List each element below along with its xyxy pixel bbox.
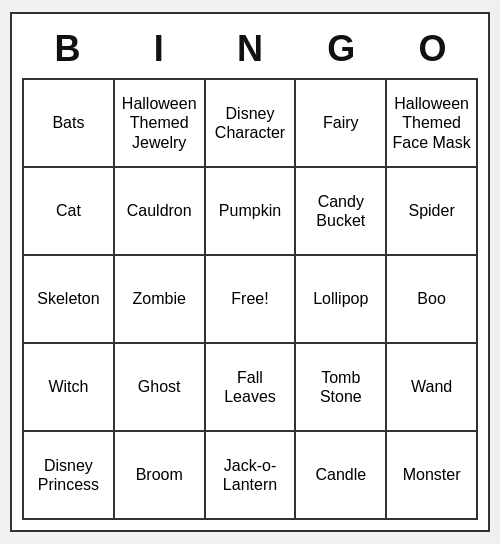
bingo-cell-0-2[interactable]: Disney Character [206,80,297,168]
bingo-cell-3-0[interactable]: Witch [24,344,115,432]
cell-text-3-4: Wand [411,377,452,396]
cell-text-2-1: Zombie [133,289,186,308]
bingo-cell-2-1[interactable]: Zombie [115,256,206,344]
cell-text-0-0: Bats [52,113,84,132]
cell-text-1-3: Candy Bucket [300,192,381,230]
cell-text-1-1: Cauldron [127,201,192,220]
bingo-cell-2-4[interactable]: Boo [387,256,478,344]
cell-text-4-4: Monster [403,465,461,484]
bingo-letter-g: G [296,24,387,74]
cell-text-2-3: Lollipop [313,289,368,308]
cell-text-2-4: Boo [417,289,445,308]
bingo-cell-0-4[interactable]: Halloween Themed Face Mask [387,80,478,168]
bingo-cell-1-4[interactable]: Spider [387,168,478,256]
bingo-header: BINGO [22,24,478,74]
bingo-cell-0-1[interactable]: Halloween Themed Jewelry [115,80,206,168]
cell-text-3-0: Witch [48,377,88,396]
bingo-cell-0-0[interactable]: Bats [24,80,115,168]
cell-text-0-2: Disney Character [210,104,291,142]
bingo-grid: BatsHalloween Themed JewelryDisney Chara… [22,78,478,520]
bingo-card: BINGO BatsHalloween Themed JewelryDisney… [10,12,490,532]
cell-text-0-4: Halloween Themed Face Mask [391,94,472,152]
bingo-letter-n: N [204,24,295,74]
cell-text-0-3: Fairy [323,113,359,132]
cell-text-4-1: Broom [136,465,183,484]
bingo-cell-2-2[interactable]: Free! [206,256,297,344]
bingo-cell-1-2[interactable]: Pumpkin [206,168,297,256]
bingo-cell-1-1[interactable]: Cauldron [115,168,206,256]
cell-text-2-2: Free! [231,289,268,308]
bingo-cell-4-4[interactable]: Monster [387,432,478,520]
bingo-letter-i: I [113,24,204,74]
cell-text-2-0: Skeleton [37,289,99,308]
cell-text-4-2: Jack-o-Lantern [210,456,291,494]
cell-text-0-1: Halloween Themed Jewelry [119,94,200,152]
bingo-cell-1-3[interactable]: Candy Bucket [296,168,387,256]
bingo-letter-b: B [22,24,113,74]
bingo-cell-3-1[interactable]: Ghost [115,344,206,432]
bingo-cell-1-0[interactable]: Cat [24,168,115,256]
bingo-letter-o: O [387,24,478,74]
bingo-cell-2-3[interactable]: Lollipop [296,256,387,344]
bingo-cell-4-0[interactable]: Disney Princess [24,432,115,520]
cell-text-4-0: Disney Princess [28,456,109,494]
bingo-cell-4-3[interactable]: Candle [296,432,387,520]
cell-text-4-3: Candle [315,465,366,484]
cell-text-3-3: Tomb Stone [300,368,381,406]
cell-text-3-2: Fall Leaves [210,368,291,406]
cell-text-1-2: Pumpkin [219,201,281,220]
bingo-cell-3-3[interactable]: Tomb Stone [296,344,387,432]
bingo-cell-4-2[interactable]: Jack-o-Lantern [206,432,297,520]
bingo-cell-4-1[interactable]: Broom [115,432,206,520]
bingo-cell-2-0[interactable]: Skeleton [24,256,115,344]
bingo-cell-3-2[interactable]: Fall Leaves [206,344,297,432]
cell-text-3-1: Ghost [138,377,181,396]
cell-text-1-4: Spider [408,201,454,220]
bingo-cell-3-4[interactable]: Wand [387,344,478,432]
cell-text-1-0: Cat [56,201,81,220]
bingo-cell-0-3[interactable]: Fairy [296,80,387,168]
